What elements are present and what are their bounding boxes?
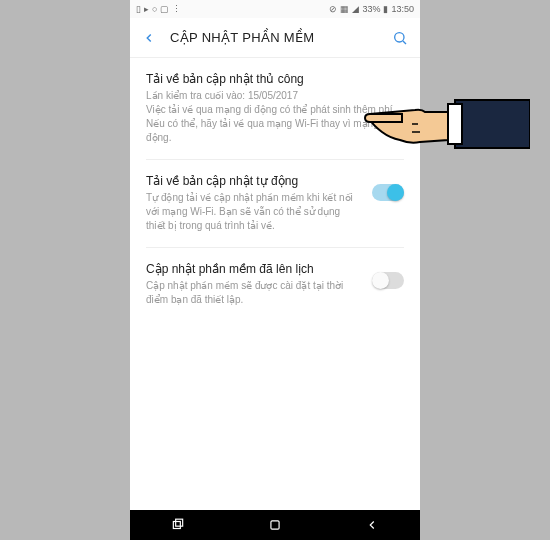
- back-button[interactable]: [142, 31, 156, 45]
- nav-back-button[interactable]: [347, 510, 397, 540]
- settings-content: Tải về bản cập nhật thủ công Lần kiểm tr…: [130, 58, 420, 510]
- app-header: CẬP NHẬT PHẦN MỀM: [130, 18, 420, 58]
- manual-update-item[interactable]: Tải về bản cập nhật thủ công Lần kiểm tr…: [146, 72, 404, 160]
- notification-icon: ▸: [144, 4, 149, 14]
- search-button[interactable]: [392, 30, 408, 46]
- svg-rect-5: [455, 100, 530, 148]
- page-title: CẬP NHẬT PHẦN MỀM: [170, 30, 378, 45]
- status-right-icons: ⊘ ▦ ◢ 33% ▮ 13:50: [329, 4, 414, 14]
- recent-apps-button[interactable]: [153, 510, 203, 540]
- svg-rect-4: [271, 521, 279, 529]
- toggle-knob: [387, 184, 404, 201]
- navigation-bar: [130, 510, 420, 540]
- signal-icon: ◢: [352, 4, 359, 14]
- svg-rect-3: [176, 519, 183, 526]
- alarm-icon: ⊘: [329, 4, 337, 14]
- notification-icon: ▢: [160, 4, 169, 14]
- notification-icon: ▯: [136, 4, 141, 14]
- battery-percent: 33%: [362, 4, 380, 14]
- scheduled-update-desc: Cập nhật phần mềm sẽ được cài đặt tại th…: [146, 279, 362, 307]
- phone-screen: ▯ ▸ ○ ▢ ⋮ ⊘ ▦ ◢ 33% ▮ 13:50 CẬP NHẬT PHẦ…: [130, 0, 420, 540]
- vibrate-icon: ▦: [340, 4, 349, 14]
- auto-update-title: Tải về bản cập nhật tự động: [146, 174, 362, 188]
- scheduled-update-toggle[interactable]: [372, 272, 404, 289]
- manual-update-title: Tải về bản cập nhật thủ công: [146, 72, 404, 86]
- clock: 13:50: [391, 4, 414, 14]
- battery-icon: ▮: [383, 4, 388, 14]
- status-bar: ▯ ▸ ○ ▢ ⋮ ⊘ ▦ ◢ 33% ▮ 13:50: [130, 0, 420, 18]
- svg-line-1: [403, 41, 406, 44]
- svg-rect-6: [448, 104, 462, 144]
- toggle-knob: [372, 272, 389, 289]
- manual-update-desc: Lần kiểm tra cuối vào: 15/05/2017 Việc t…: [146, 89, 404, 145]
- svg-rect-2: [174, 522, 181, 529]
- status-left-icons: ▯ ▸ ○ ▢ ⋮: [136, 4, 181, 14]
- auto-update-desc: Tự động tải về cập nhật phần mềm khi kết…: [146, 191, 362, 233]
- auto-update-item: Tải về bản cập nhật tự động Tự động tải …: [146, 174, 404, 248]
- auto-update-toggle[interactable]: [372, 184, 404, 201]
- notification-icon: ⋮: [172, 4, 181, 14]
- notification-icon: ○: [152, 4, 157, 14]
- scheduled-update-item: Cập nhật phần mềm đã lên lịch Cập nhật p…: [146, 262, 404, 321]
- scheduled-update-title: Cập nhật phần mềm đã lên lịch: [146, 262, 362, 276]
- home-button[interactable]: [250, 510, 300, 540]
- svg-point-0: [395, 32, 404, 41]
